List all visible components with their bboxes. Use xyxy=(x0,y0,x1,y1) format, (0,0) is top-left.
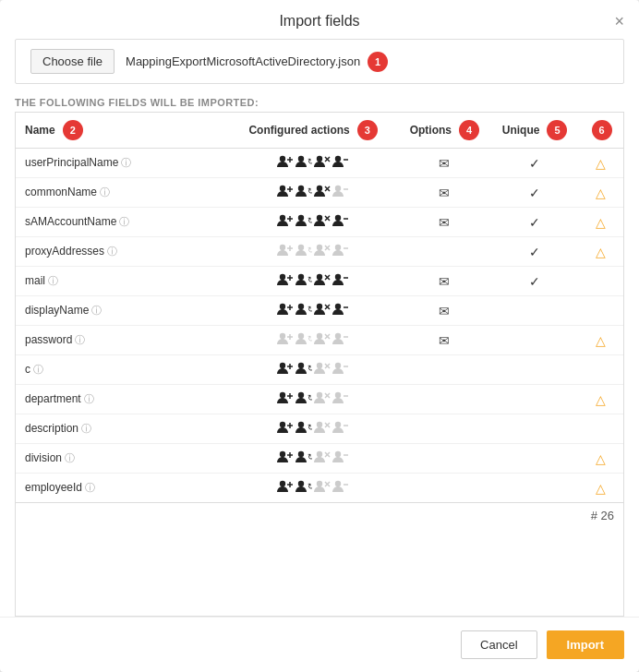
action-icon-3[interactable] xyxy=(332,244,349,259)
info-icon[interactable]: ⓘ xyxy=(33,363,43,377)
action-icon-1[interactable]: ↻ xyxy=(295,421,312,437)
action-icon-1[interactable]: ↻ xyxy=(295,185,312,200)
table-scroll[interactable]: Name 2 Configured actions 3 xyxy=(16,113,623,502)
unique-col-badge: 5 xyxy=(547,120,567,140)
field-actions: ↻ xyxy=(228,474,398,503)
svg-point-75 xyxy=(317,363,322,368)
svg-point-118 xyxy=(335,481,341,486)
field-options xyxy=(398,237,490,267)
info-icon[interactable]: ⓘ xyxy=(65,451,75,465)
info-icon[interactable]: ⓘ xyxy=(107,245,117,258)
action-icon-3[interactable] xyxy=(332,391,349,407)
info-icon[interactable]: ⓘ xyxy=(84,392,94,406)
action-icon-3[interactable] xyxy=(332,421,349,437)
action-icon-1[interactable]: ↻ xyxy=(295,155,312,171)
action-icon-0[interactable] xyxy=(277,332,294,348)
action-icon-2[interactable] xyxy=(314,391,331,407)
action-icon-2[interactable] xyxy=(314,362,331,378)
field-options: ✉ xyxy=(398,296,490,326)
action-icon-2[interactable] xyxy=(314,303,331,318)
action-icon-0[interactable] xyxy=(277,273,294,289)
action-icon-2[interactable] xyxy=(314,214,331,230)
action-icon-0[interactable] xyxy=(277,391,294,407)
action-icon-3[interactable] xyxy=(332,185,349,200)
field-actions: ↻ xyxy=(228,149,398,178)
svg-point-63 xyxy=(298,333,304,339)
action-icon-3[interactable] xyxy=(332,362,349,378)
field-warning: △ xyxy=(579,178,623,208)
action-icon-3[interactable] xyxy=(332,450,349,466)
action-icon-0[interactable] xyxy=(277,303,294,318)
close-button[interactable]: × xyxy=(614,13,624,30)
action-icon-0[interactable] xyxy=(277,244,294,259)
modal-header: Import fields × xyxy=(0,0,639,39)
field-name: mailⓘ xyxy=(16,267,228,296)
action-icon-2[interactable] xyxy=(314,155,331,171)
field-warning xyxy=(579,267,623,296)
info-icon[interactable]: ⓘ xyxy=(100,186,110,199)
info-icon[interactable]: ⓘ xyxy=(48,274,58,288)
svg-point-88 xyxy=(335,392,341,398)
info-icon[interactable]: ⓘ xyxy=(75,333,85,347)
action-icon-3[interactable] xyxy=(332,480,349,496)
svg-point-70 xyxy=(280,363,285,368)
field-actions: ↻ xyxy=(228,208,398,237)
svg-point-90 xyxy=(280,422,285,427)
action-icon-1[interactable]: ↻ xyxy=(295,214,312,230)
svg-point-5 xyxy=(317,156,322,162)
section-label: THE FOLLOWING FIELDS WILL BE IMPORTED: xyxy=(0,93,639,112)
svg-text:↻: ↻ xyxy=(307,157,312,166)
check-icon: ✓ xyxy=(529,274,540,289)
action-icon-1[interactable]: ↻ xyxy=(295,332,312,348)
action-icon-0[interactable] xyxy=(277,480,294,496)
action-icon-2[interactable] xyxy=(314,332,331,348)
action-icon-0[interactable] xyxy=(277,185,294,200)
action-icon-3[interactable] xyxy=(332,155,349,171)
info-icon[interactable]: ⓘ xyxy=(85,481,95,495)
action-icon-3[interactable] xyxy=(332,332,349,348)
action-icon-1[interactable]: ↻ xyxy=(295,244,312,259)
action-icon-0[interactable] xyxy=(277,421,294,437)
info-icon[interactable]: ⓘ xyxy=(91,304,102,318)
action-icon-0[interactable] xyxy=(277,214,294,230)
action-icon-0[interactable] xyxy=(277,362,294,378)
info-icon[interactable]: ⓘ xyxy=(121,156,131,170)
action-icon-1[interactable]: ↻ xyxy=(295,273,312,289)
action-icon-3[interactable] xyxy=(332,303,349,318)
action-icon-2[interactable] xyxy=(314,421,331,437)
action-icon-1[interactable]: ↻ xyxy=(295,450,312,466)
field-options xyxy=(398,355,490,385)
action-icon-2[interactable] xyxy=(314,185,331,200)
info-icon[interactable]: ⓘ xyxy=(119,215,129,229)
action-icon-1[interactable]: ↻ xyxy=(295,303,312,318)
field-options: ✉ xyxy=(398,178,490,208)
actions-col-badge: 3 xyxy=(357,120,378,140)
action-icon-2[interactable] xyxy=(314,273,331,289)
check-icon: ✓ xyxy=(529,215,540,230)
field-unique xyxy=(491,414,579,444)
action-icon-1[interactable]: ↻ xyxy=(295,362,312,378)
action-icon-2[interactable] xyxy=(314,244,331,259)
field-warning: △ xyxy=(579,237,623,267)
cancel-button[interactable]: Cancel xyxy=(461,630,537,659)
modal-footer: Cancel Import xyxy=(0,617,639,672)
action-icon-1[interactable]: ↻ xyxy=(295,391,312,407)
svg-point-28 xyxy=(335,215,341,221)
svg-point-58 xyxy=(335,304,341,309)
count-row: # 26 xyxy=(16,502,623,528)
action-icon-0[interactable] xyxy=(277,155,294,171)
action-icon-1[interactable]: ↻ xyxy=(295,480,312,496)
warning-icon: △ xyxy=(596,156,606,171)
col-header-actions: Configured actions 3 xyxy=(228,113,398,149)
action-icon-3[interactable] xyxy=(332,214,349,230)
field-name: employeeIdⓘ xyxy=(16,474,228,503)
svg-point-33 xyxy=(298,245,304,250)
choose-file-button[interactable]: Choose file xyxy=(30,49,115,74)
action-icon-2[interactable] xyxy=(314,480,331,496)
info-icon[interactable]: ⓘ xyxy=(81,422,91,436)
svg-text:↻: ↻ xyxy=(307,482,312,491)
action-icon-0[interactable] xyxy=(277,450,294,466)
action-icon-3[interactable] xyxy=(332,273,349,289)
import-button[interactable]: Import xyxy=(547,630,624,659)
action-icon-2[interactable] xyxy=(314,450,331,466)
